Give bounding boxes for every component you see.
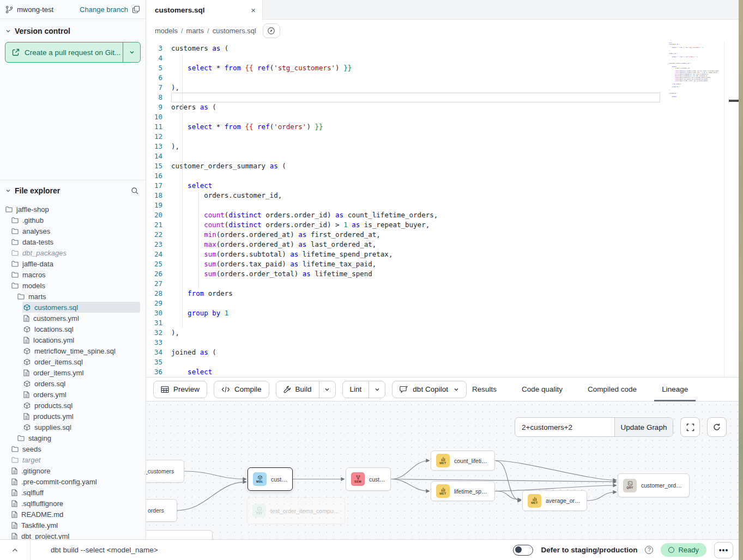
tree-item-orders.yml[interactable]: orders.yml	[0, 389, 146, 400]
code-line-24[interactable]: 24 sum(orders.subtotal) as lifetime_spen…	[146, 249, 739, 259]
code-line-12[interactable]: 12	[146, 132, 739, 142]
tree-item-README.md[interactable]: README.md	[0, 509, 146, 520]
code-line-33[interactable]: 33	[146, 338, 739, 348]
code-line-14[interactable]: 14	[146, 151, 739, 161]
tree-item-jaffle-shop[interactable]: jaffle-shop	[0, 204, 146, 215]
tree-item-data-tests[interactable]: data-tests	[0, 236, 146, 247]
lineage-node-orders[interactable]: MDLorders	[146, 499, 177, 522]
tab-lineage[interactable]: Lineage	[654, 378, 696, 401]
tree-item-.gitignore[interactable]: .gitignore	[0, 465, 146, 476]
tree-item-marts[interactable]: marts	[0, 291, 146, 302]
code-line-9[interactable]: 9orders as (	[146, 102, 739, 112]
code-line-8[interactable]: 8	[146, 93, 739, 102]
code-line-5[interactable]: 5 select * from {{ ref('stg_customers') …	[146, 63, 739, 73]
docs-compass-button[interactable]	[263, 23, 280, 38]
code-line-13[interactable]: 13),	[146, 142, 739, 151]
tab-results[interactable]: Results	[464, 378, 504, 401]
tree-item-analyses[interactable]: analyses	[0, 226, 146, 236]
tree-item-orders.sql[interactable]: orders.sql	[0, 378, 146, 389]
minimap[interactable]: withcustomers as ( select * from {{ ref(…	[669, 42, 719, 109]
tree-item-locations.sql[interactable]: locations.sql	[0, 324, 146, 334]
code-line-22[interactable]: 22 min(orders.ordered_at) as first_order…	[146, 230, 739, 240]
code-line-28[interactable]: 28 from orders	[146, 289, 739, 299]
tree-item-products.sql[interactable]: products.sql	[0, 400, 146, 411]
lineage-node-partial_node[interactable]	[146, 530, 213, 539]
code-line-23[interactable]: 23 max(orders.ordered_at) as last_ordere…	[146, 240, 739, 249]
command-input[interactable]: dbt build --select <model_name>	[51, 546, 513, 554]
tree-item-dbt_project.yml[interactable]: dbt_project.yml	[0, 531, 146, 539]
lineage-selector-input[interactable]	[515, 418, 614, 436]
lineage-node-customers_semantic[interactable]: SEMcustomers	[346, 467, 391, 491]
chevron-down-icon[interactable]	[319, 381, 335, 398]
lineage-panel[interactable]: Update Graph MDLstg_customersMDLordersMD…	[146, 401, 739, 539]
tree-item-customers.sql[interactable]: customers.sql	[0, 302, 146, 313]
code-line-10[interactable]: 10	[146, 112, 739, 122]
build-button[interactable]: Build	[276, 381, 336, 398]
status-badge[interactable]: Ready	[661, 543, 706, 557]
update-graph-button[interactable]: Update Graph	[614, 418, 673, 436]
code-line-27[interactable]: 27	[146, 279, 739, 289]
preview-button[interactable]: Preview	[153, 381, 207, 398]
code-line-20[interactable]: 20 count(distinct orders.order_id) as co…	[146, 210, 739, 220]
lineage-node-test_order_items[interactable]: TSTtest_order_items_compute_to_bools...	[247, 497, 345, 524]
tree-item-supplies.sql[interactable]: supplies.sql	[0, 422, 146, 433]
lineage-node-stg_customers[interactable]: MDLstg_customers	[146, 460, 184, 483]
tree-item-customers.yml[interactable]: customers.yml	[0, 313, 146, 324]
code-line-21[interactable]: 21 count(distinct orders.order_id) > 1 a…	[146, 220, 739, 230]
lineage-node-customer_order_metrics[interactable]: QRYcustomer_order_metrics	[618, 473, 690, 497]
code-line-4[interactable]: 4	[146, 53, 739, 63]
scrollbar-thumb[interactable]	[729, 100, 739, 102]
tree-item-products.yml[interactable]: products.yml	[0, 411, 146, 422]
lineage-node-count_lifetime_orders[interactable]: METcount_lifetime_orders	[431, 451, 495, 471]
lineage-node-customers_model[interactable]: MDLcustomers	[247, 467, 293, 491]
copy-icon[interactable]	[132, 5, 140, 14]
tree-item-order_items.yml[interactable]: order_items.yml	[0, 367, 146, 378]
code-line-34[interactable]: 34joined as (	[146, 348, 739, 357]
breadcrumb-models[interactable]: models	[155, 27, 178, 35]
tree-item-order_items.sql[interactable]: order_items.sql	[0, 356, 146, 367]
breadcrumb-marts[interactable]: marts	[186, 27, 204, 35]
code-editor[interactable]: 2with3customers as (45 select * from {{ …	[146, 41, 739, 377]
tree-item-jaffle-data[interactable]: jaffle-data	[0, 258, 146, 269]
code-line-31[interactable]: 31	[146, 318, 739, 328]
fullscreen-icon[interactable]	[680, 417, 700, 437]
tree-item-.pre-commit-config.yaml[interactable]: .pre-commit-config.yaml	[0, 476, 146, 487]
code-line-17[interactable]: 17 select	[146, 181, 739, 191]
code-line-36[interactable]: 36 select	[146, 367, 739, 377]
chevron-up-icon[interactable]	[0, 548, 30, 552]
close-icon[interactable]: ×	[251, 6, 256, 14]
tab-compiled-code[interactable]: Compiled code	[580, 378, 644, 401]
tree-item-staging[interactable]: staging	[0, 433, 146, 443]
refresh-icon[interactable]	[707, 417, 727, 437]
tree-item-Taskfile.yml[interactable]: Taskfile.yml	[0, 520, 146, 531]
tree-item-.github[interactable]: .github	[0, 215, 146, 226]
code-line-35[interactable]: 35	[146, 357, 739, 367]
code-line-19[interactable]: 19	[146, 200, 739, 210]
change-branch-link[interactable]: Change branch	[80, 5, 128, 14]
breadcrumb-file[interactable]: customers.sql	[213, 27, 256, 35]
code-line-29[interactable]: 29	[146, 299, 739, 308]
code-line-15[interactable]: 15customer_orders_summary as (	[146, 161, 739, 171]
create-pr-button[interactable]: Create a pull request on Git...	[5, 42, 141, 63]
help-icon[interactable]: ?	[645, 546, 653, 554]
chevron-down-icon[interactable]	[369, 381, 385, 398]
lint-button[interactable]: Lint	[342, 381, 386, 398]
tab-code-quality[interactable]: Code quality	[514, 378, 570, 401]
dbt-copilot-button[interactable]: dbt Copilot	[392, 381, 467, 398]
overflow-menu-button[interactable]: •••	[714, 542, 733, 558]
tree-item-models[interactable]: models	[0, 280, 146, 291]
tree-item-seeds[interactable]: seeds	[0, 443, 146, 454]
code-line-26[interactable]: 26 sum(orders.order_total) as lifetime_s…	[146, 269, 739, 279]
tree-item-target[interactable]: target	[0, 454, 146, 465]
tree-item-.sqlfluff[interactable]: .sqlfluff	[0, 487, 146, 498]
code-line-18[interactable]: 18 orders.customer_id,	[146, 191, 739, 200]
tree-item-locations.yml[interactable]: locations.yml	[0, 334, 146, 345]
code-line-25[interactable]: 25 sum(orders.tax_paid) as lifetime_tax_…	[146, 259, 739, 269]
tree-item-.sqlfluffignore[interactable]: .sqlfluffignore	[0, 498, 146, 509]
tree-item-metricflow_time_spine.sql[interactable]: metricflow_time_spine.sql	[0, 345, 146, 356]
code-line-6[interactable]: 6	[146, 73, 739, 83]
search-icon[interactable]	[131, 187, 139, 195]
code-line-30[interactable]: 30 group by 1	[146, 308, 739, 318]
defer-toggle[interactable]	[513, 545, 533, 556]
pr-dropdown-caret[interactable]	[123, 42, 140, 62]
